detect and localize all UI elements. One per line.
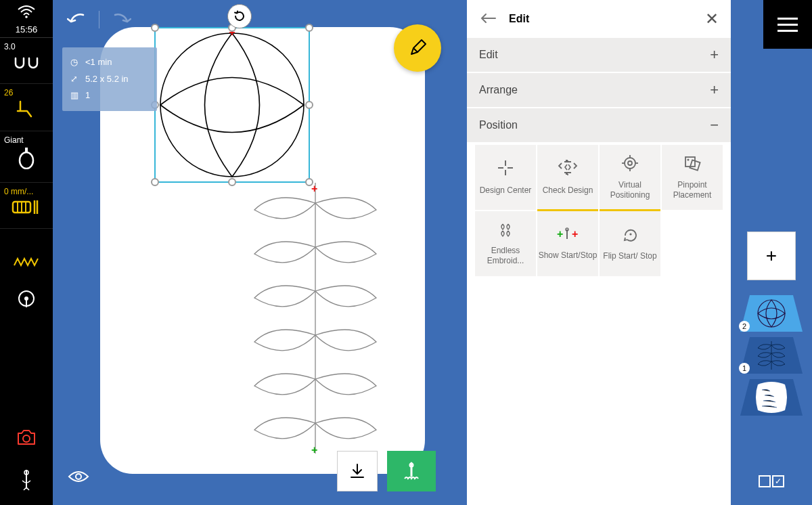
section-arrange-label: Arrange	[479, 84, 518, 96]
svg-text:+: +	[572, 228, 578, 240]
end-marker-icon: +	[311, 444, 317, 456]
tension-icon	[0, 54, 53, 75]
rotate-button[interactable]	[227, 4, 252, 28]
panel-title: Edit	[509, 13, 529, 25]
add-layer-button[interactable]: +	[747, 232, 796, 280]
selection-mode-button[interactable]: ✓	[759, 475, 784, 487]
svg-point-22	[625, 158, 635, 169]
layer-item[interactable]: 2	[738, 292, 805, 334]
resize-handle[interactable]	[228, 178, 236, 186]
endless-icon	[497, 221, 514, 242]
needle-tool[interactable]	[0, 459, 53, 505]
center-icon	[497, 159, 514, 181]
size-icon: ⤢	[70, 71, 80, 88]
machine-sidebar: 15:56 3.0 26 Giant 0 mm/...	[0, 0, 53, 505]
hoop-icon	[0, 148, 53, 174]
camera-tool[interactable]	[0, 420, 53, 459]
tension-cell[interactable]: 3.0	[0, 38, 53, 84]
tool-label: Design Center	[480, 185, 532, 196]
svg-point-15	[76, 474, 81, 479]
select-none-icon	[759, 475, 771, 487]
hoop-cell[interactable]: Giant	[0, 131, 53, 183]
layers-strip: + 2 1 ✓	[731, 0, 812, 505]
endless-embroidery-button[interactable]: Endless Embroid...	[475, 211, 536, 276]
resize-handle[interactable]	[305, 101, 313, 109]
tool-label: Check Design	[543, 185, 593, 196]
menu-button[interactable]	[763, 0, 812, 49]
pinpoint-icon	[683, 154, 702, 177]
design-info: ◷<1 min ⤢5.2 x 5.2 in ▥1	[62, 47, 157, 111]
stitch-out-button[interactable]	[387, 451, 436, 491]
layer-badge: 2	[739, 321, 750, 332]
redo-button[interactable]	[108, 5, 136, 34]
expand-icon: +	[710, 46, 719, 64]
speed-icon	[0, 199, 53, 220]
visibility-button[interactable]	[68, 468, 89, 487]
selection-box[interactable]: +	[154, 27, 310, 183]
tool-label: Virtual Positioning	[600, 180, 660, 200]
back-button[interactable]	[479, 12, 497, 27]
clock-icon: ◷	[70, 54, 80, 71]
colors-icon: ▥	[70, 87, 80, 104]
layer-item[interactable]: 1	[738, 334, 805, 376]
design-colors: 1	[85, 87, 90, 104]
status-time: 15:56	[0, 24, 53, 38]
svg-point-2	[20, 152, 33, 169]
presser-foot-cell[interactable]: 26	[0, 84, 53, 131]
svg-point-23	[628, 161, 632, 165]
collapse-icon: −	[710, 116, 719, 134]
speed-value: 0 mm/...	[0, 187, 53, 196]
svg-point-10	[23, 435, 30, 442]
tool-label: Endless Embroid...	[475, 246, 536, 266]
speed-cell[interactable]: 0 mm/...	[0, 183, 53, 229]
flip-start-stop-button[interactable]: Flip Start/ Stop	[600, 211, 660, 276]
pinpoint-placement-button[interactable]: Pinpoint Placement	[662, 145, 723, 210]
layer-stack: 2 1	[738, 292, 805, 418]
wifi-icon	[18, 4, 35, 24]
resize-handle[interactable]	[305, 24, 313, 32]
zigzag-tool[interactable]	[0, 242, 53, 280]
edit-panel: Edit ✕ Edit + Arrange + Position − Desig…	[467, 0, 731, 505]
hoop-value: Giant	[0, 135, 53, 145]
expand-icon: +	[710, 81, 719, 99]
position-tools: Design Center Check Design Virtual Posit…	[467, 144, 731, 284]
layer-badge: 1	[739, 363, 750, 374]
target-icon	[621, 154, 639, 177]
section-edit-label: Edit	[479, 49, 498, 61]
svg-point-30	[687, 158, 690, 160]
tension-value: 3.0	[0, 42, 53, 51]
canvas-area: + + + ◷<1 min ⤢5.2 x 5.2 in ▥1	[53, 0, 467, 505]
panel-header: Edit ✕	[467, 0, 731, 38]
presser-foot-value: 26	[0, 88, 53, 97]
resize-handle[interactable]	[151, 24, 159, 32]
svg-text:+: +	[557, 228, 563, 240]
stop-marker-icon: +	[311, 183, 317, 195]
tool-label: Pinpoint Placement	[662, 180, 723, 200]
section-edit[interactable]: Edit +	[467, 38, 731, 73]
svg-point-0	[25, 16, 28, 18]
design-time: <1 min	[85, 54, 112, 71]
save-button[interactable]	[337, 451, 378, 491]
close-button[interactable]: ✕	[705, 9, 719, 28]
undo-button[interactable]	[62, 5, 91, 34]
section-position-label: Position	[479, 119, 518, 131]
svg-point-35	[629, 234, 631, 236]
section-position[interactable]: Position −	[467, 108, 731, 144]
select-check-icon: ✓	[772, 475, 784, 487]
bobbin-tool[interactable]	[0, 280, 53, 321]
show-start-stop-button[interactable]: ++ Show Start/Stop	[537, 211, 598, 276]
design-center-button[interactable]: Design Center	[475, 145, 536, 210]
svg-rect-1	[25, 148, 28, 152]
section-arrange[interactable]: Arrange +	[467, 73, 731, 108]
start-stop-icon: ++	[554, 227, 581, 246]
tool-label: Show Start/Stop	[539, 250, 597, 261]
virtual-positioning-button[interactable]: Virtual Positioning	[600, 145, 660, 210]
check-design-button[interactable]: Check Design	[537, 145, 598, 210]
edit-fab-button[interactable]	[394, 24, 441, 72]
design-leaf-stem[interactable]	[234, 183, 397, 454]
layer-item[interactable]	[738, 376, 805, 418]
presser-foot-icon	[0, 100, 53, 123]
resize-handle[interactable]	[151, 178, 159, 186]
tool-label: Flip Start/ Stop	[603, 251, 656, 261]
design-size: 5.2 x 5.2 in	[85, 71, 129, 88]
